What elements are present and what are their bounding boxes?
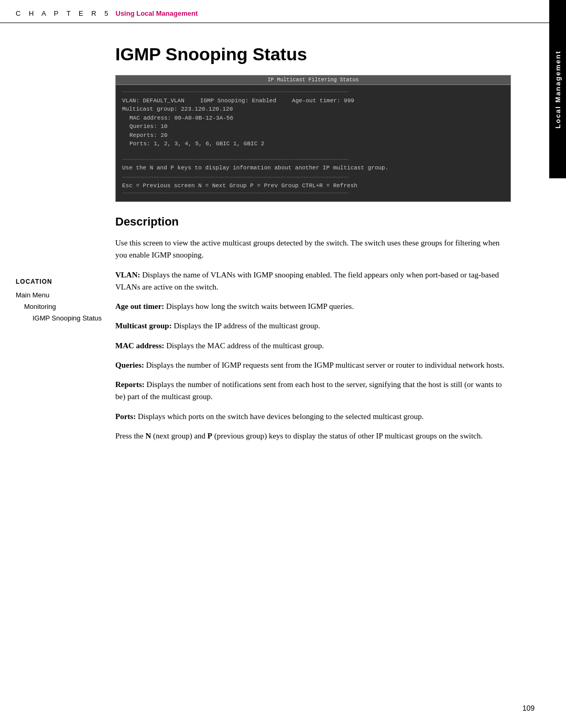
para-intro: Use this screen to view the active multi…: [115, 237, 511, 262]
para-queries-text: Displays the number of IGMP requests sen…: [144, 361, 505, 369]
multicast-group-line: Multicast group: 223.120.120.120: [122, 105, 504, 114]
para-ports: Ports: Displays which ports on the switc…: [115, 411, 511, 423]
para-multicast-bold: Multicast group:: [115, 322, 172, 330]
para-press-mid2: (previous group) keys to display the sta…: [212, 432, 483, 440]
chapter-title: Using Local Management: [116, 9, 198, 17]
para-vlan-text: Displays the name of VLANs with IGMP sno…: [115, 271, 499, 291]
terminal-sep3: ~~~~~~~~~~~~~~~~~~~~~~~~~~~~~~~~~~~~~~~~…: [122, 175, 504, 182]
para-age-bold: Age out timer:: [115, 302, 164, 311]
para-press-N: N: [146, 432, 151, 440]
para-vlan-bold: VLAN:: [115, 271, 140, 279]
chapter-label: C H A P T E R 5: [16, 9, 112, 17]
terminal-title: IP Multicast Filtering Status: [116, 76, 510, 85]
page-title: IGMP Snooping Status: [115, 44, 511, 65]
para-multicast: Multicast group: Displays the IP address…: [115, 320, 511, 332]
para-ports-bold: Ports:: [115, 412, 136, 421]
terminal-line1: VLAN: DEFAULT_VLAN IGMP Snooping: Enable…: [122, 97, 504, 105]
location-label: Location: [16, 278, 107, 285]
side-tab: Local Management: [549, 0, 566, 178]
para-reports-text: Displays the number of notifications sen…: [115, 380, 502, 401]
para-mac-bold: MAC address:: [115, 341, 164, 350]
para-press-before: Press the: [115, 432, 146, 440]
nav-keys: Esc = Previous screen N = Next Group P =…: [122, 181, 504, 190]
sidebar-item-igmp: IGMP Snooping Status: [16, 313, 107, 324]
age-value: Age-out timer: 999: [292, 97, 354, 105]
page-number: 109: [523, 704, 535, 712]
vlan-value: VLAN: DEFAULT_VLAN: [122, 97, 184, 105]
para-press-mid1: (next group) and: [151, 432, 207, 440]
para-queries-bold: Queries:: [115, 361, 144, 369]
para-multicast-text: Displays the IP address of the multicast…: [172, 322, 320, 330]
para-vlan: VLAN: Displays the name of VLANs with IG…: [115, 269, 511, 294]
para-ports-text: Displays which ports on the switch have …: [136, 412, 423, 421]
para-queries: Queries: Displays the number of IGMP req…: [115, 359, 511, 371]
terminal-body: ~~~~~~~~~~~~~~~~~~~~~~~~~~~~~~~~~~~~~~~~…: [116, 85, 510, 201]
ports-line: Ports: 1, 2, 3, 4, 5, 6, GBIC 1, GBIC 2: [122, 140, 504, 148]
sidebar-item-mainmenu: Main Menu: [16, 290, 107, 301]
para-reports: Reports: Displays the number of notifica…: [115, 379, 511, 403]
terminal-sep1: ~~~~~~~~~~~~~~~~~~~~~~~~~~~~~~~~~~~~~~~~…: [122, 89, 504, 97]
igmp-value: IGMP Snooping: Enabled: [200, 97, 276, 105]
terminal-screen: IP Multicast Filtering Status ~~~~~~~~~~…: [115, 75, 511, 202]
description-title: Description: [115, 215, 511, 229]
para-reports-bold: Reports:: [115, 380, 145, 389]
chapter-bar: C H A P T E R 5 Using Local Management: [0, 0, 566, 23]
mac-line: MAC address: 00-A0-0B-12-3A-56: [122, 114, 504, 123]
para-mac: MAC address: Displays the MAC address of…: [115, 340, 511, 352]
para-age: Age out timer: Displays how long the swi…: [115, 301, 511, 313]
sidebar-item-monitoring: Monitoring: [16, 301, 107, 313]
sidebar: Location Main Menu Monitoring IGMP Snoop…: [16, 278, 107, 324]
terminal-sep4: ~~~~~~~~~~~~~~~~~~~~~~~~~~~~~~~~~~~~~~~~…: [122, 190, 504, 198]
para-age-text: Displays how long the switch waits betwe…: [164, 302, 354, 311]
para-mac-text: Displays the MAC address of the multicas…: [164, 341, 324, 350]
queries-line: Queries: 10: [122, 122, 504, 131]
nav-hint: Use the N and P keys to display informat…: [122, 164, 504, 173]
reports-line: Reports: 20: [122, 131, 504, 140]
terminal-sep2: ~~~~~~~~~~~~~~~~~~~~~~~~~~~~~~~~~~~~~~~~…: [122, 157, 504, 164]
para-press-P: P: [208, 432, 212, 440]
main-content: IGMP Snooping Status IP Multicast Filter…: [0, 23, 548, 470]
para-press: Press the N (next group) and P (previous…: [115, 430, 511, 442]
